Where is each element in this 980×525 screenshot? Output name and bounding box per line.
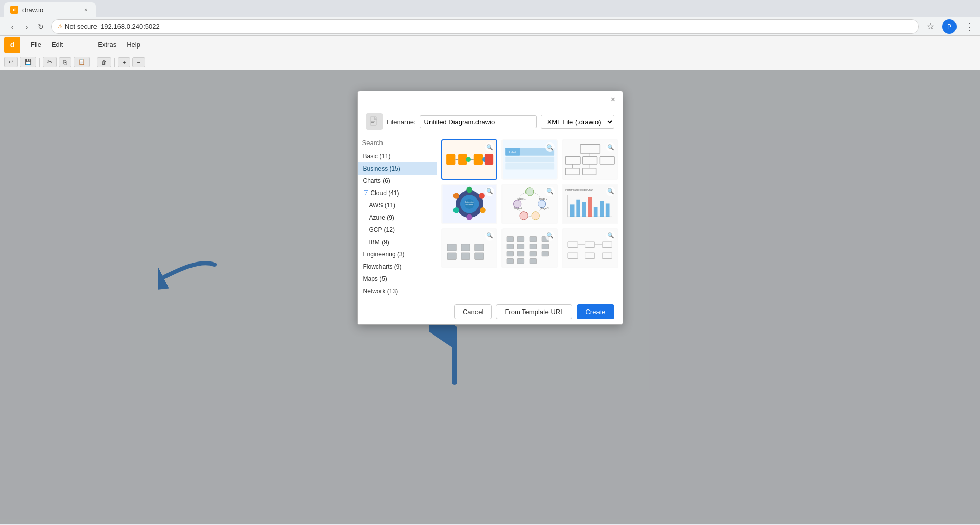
template-item-6[interactable]: Performance Model Chart 🔍 [562,184,618,224]
svg-text:Stage 1: Stage 1 [517,198,526,200]
bookmark-button[interactable]: ☆ [927,21,934,31]
dialog-close-button[interactable]: × [608,94,618,105]
svg-text:Performance Model Chart: Performance Model Chart [565,188,593,191]
from-template-url-button[interactable]: From Template URL [496,304,572,319]
template-zoom-5[interactable]: 🔍 [545,187,555,196]
menu-edit[interactable]: Edit [47,39,67,51]
filetype-select[interactable]: XML File (.drawio) [541,115,614,129]
svg-point-41 [453,207,459,213]
toolbar-delete[interactable]: 🗑 [97,57,111,67]
svg-point-38 [479,193,485,199]
svg-point-9 [466,157,471,162]
menu-extras[interactable]: Extras [93,39,121,51]
sidebar-item-gcp[interactable]: GCP (12) [358,224,437,236]
toolbar-paste[interactable]: 📋 [74,57,90,67]
svg-rect-71 [474,253,483,259]
file-icon [366,113,383,130]
dialog-footer: Cancel From Template URL Create [358,299,623,324]
nav-buttons: ‹ › ↻ [6,20,47,33]
sidebar-item-azure[interactable]: Azure (9) [358,211,437,224]
create-button[interactable]: Create [577,304,614,319]
new-diagram-dialog: × Filename: XML File (.drawio) [357,91,623,325]
svg-point-39 [480,207,486,213]
sidebar-item-basic[interactable]: Basic (11) [358,150,437,162]
sidebar-item-engineering[interactable]: Engineering (3) [358,248,437,260]
svg-rect-78 [517,244,524,249]
menu-help[interactable]: Help [123,39,145,51]
svg-text:Enterprise: Enterprise [465,201,473,203]
template-zoom-4[interactable]: 🔍 [485,187,494,196]
template-zoom-9[interactable]: 🔍 [606,231,615,241]
svg-point-49 [513,200,521,208]
profile-button[interactable]: P [942,19,957,34]
template-sidebar: 🔍 Basic (11) Business (15) Charts (6) ☑ … [358,135,437,299]
svg-rect-70 [474,244,483,250]
template-item-8[interactable]: 🔍 [501,228,558,269]
active-tab[interactable]: d draw.io × [4,2,96,17]
back-button[interactable]: ‹ [6,20,18,33]
template-item-1[interactable]: 🔍 [441,139,497,180]
sidebar-item-cloud[interactable]: ☑ Cloud (41) [358,187,437,199]
template-item-4[interactable]: Enterprise Business 🔍 [441,184,497,224]
menu-file[interactable]: File [27,39,45,51]
svg-rect-69 [461,253,469,259]
svg-text:Business: Business [465,204,473,206]
svg-text:Stage 2: Stage 2 [539,198,547,200]
modal-overlay: × Filename: XML File (.drawio) [0,70,980,524]
template-zoom-2[interactable]: 🔍 [545,142,555,152]
template-item-3[interactable]: 🔍 [562,139,618,180]
toolbar-save[interactable]: 💾 [20,57,36,67]
svg-point-37 [466,187,472,193]
template-zoom-3[interactable]: 🔍 [606,142,615,152]
svg-rect-84 [530,258,536,264]
check-icon: ☑ [363,189,369,197]
svg-rect-77 [517,236,524,242]
svg-rect-86 [542,244,548,249]
svg-rect-61 [588,197,592,217]
address-input[interactable]: ⚠ Not secure 192.168.0.240:5022 [51,19,919,34]
sidebar-item-flowcharts[interactable]: Flowcharts (9) [358,260,437,273]
chrome-menu-button[interactable]: ⋮ [965,21,974,32]
search-box: 🔍 [358,135,437,150]
template-zoom-1[interactable]: 🔍 [485,142,494,152]
svg-rect-76 [507,258,513,264]
sidebar-item-charts[interactable]: Charts (6) [358,175,437,187]
search-input[interactable] [362,139,437,147]
template-zoom-7[interactable]: 🔍 [485,231,494,241]
template-zoom-8[interactable]: 🔍 [545,231,555,241]
sidebar-item-maps[interactable]: Maps (5) [358,273,437,285]
svg-rect-17 [505,157,554,163]
filename-label: Filename: [387,118,416,126]
cancel-button[interactable]: Cancel [454,304,492,319]
tab-favicon: d [10,6,18,14]
svg-text:Label: Label [509,151,516,154]
sidebar-item-ibm[interactable]: IBM (9) [358,236,437,248]
tab-title: draw.io [22,6,43,14]
toolbar-undo[interactable]: ↩ [4,57,18,67]
sidebar-item-business[interactable]: Business (15) [358,162,437,175]
forward-button[interactable]: › [20,20,33,33]
sidebar-item-network[interactable]: Network (13) [358,285,437,297]
browser-chrome: d draw.io × ‹ › ↻ ⚠ Not secure 192.168.0… [0,0,980,36]
template-item-9[interactable]: 🔍 [562,228,618,269]
svg-point-45 [525,188,533,196]
template-item-7[interactable]: 🔍 [441,228,497,269]
template-grid: 🔍 Label 🔍 [437,135,623,299]
template-zoom-6[interactable]: 🔍 [606,187,615,196]
toolbar-zoom-in[interactable]: + [118,57,130,67]
sidebar-item-aws[interactable]: AWS (11) [358,199,437,211]
template-item-5[interactable]: Stage 1 Stage 2 Stage 3 Stage 4 🔍 [501,184,558,224]
svg-rect-60 [582,202,586,217]
sidebar-item-other[interactable]: Other (12) [358,297,437,299]
toolbar-separator-2 [93,58,93,67]
toolbar-copy[interactable]: ⎘ [59,57,71,67]
filename-input[interactable] [420,115,537,128]
toolbar-cut[interactable]: ✂ [43,57,57,67]
svg-rect-74 [507,244,513,249]
toolbar-zoom-out[interactable]: − [132,57,145,67]
reload-button[interactable]: ↻ [35,20,47,33]
tab-bar: d draw.io × [0,0,980,17]
tab-close-button[interactable]: × [82,6,90,14]
template-item-2[interactable]: Label 🔍 [501,139,558,180]
svg-text:Stage 3: Stage 3 [540,207,549,210]
